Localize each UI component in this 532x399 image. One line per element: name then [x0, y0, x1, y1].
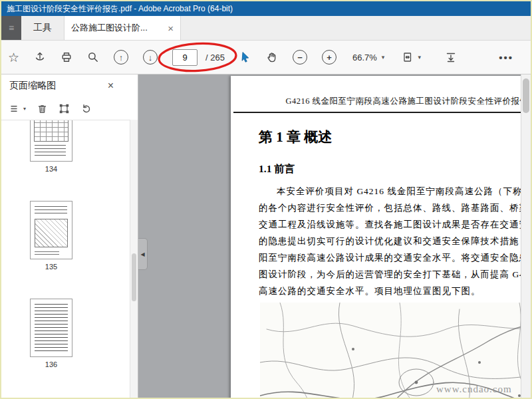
- select-tool-icon[interactable]: [239, 51, 251, 63]
- star-icon[interactable]: ☆: [8, 50, 19, 65]
- thumbnail-list: 134 135 136: [1, 120, 101, 399]
- document-running-header: G4216 线金阳至宁南段高速公路施工图设计阶段安全性评价报告: [231, 96, 531, 107]
- site-watermark: www.cndao.com: [436, 384, 512, 395]
- window-title: 施工图设计阶段安全性评价报告.pdf - Adobe Acrobat Pro (…: [7, 4, 233, 13]
- app-menu-button[interactable]: ≡: [1, 16, 21, 40]
- next-page-button[interactable]: ↓: [143, 50, 158, 65]
- main-toolbar: ☆ ↑ ↓ / 265: [1, 41, 531, 74]
- minus-icon: −: [297, 53, 303, 62]
- hand-tool-icon[interactable]: [266, 51, 278, 63]
- zoom-out-button[interactable]: −: [293, 50, 307, 65]
- thumbnail-options-icon[interactable]: [9, 103, 21, 114]
- page-thumbnail[interactable]: [30, 299, 72, 357]
- previous-page-button[interactable]: ↑: [114, 50, 128, 65]
- print-icon[interactable]: [61, 51, 72, 63]
- document-paragraph: 本安全评价项目对 G4216 线金阳至宁南段高速公路（下称本项目）施工图设 的各…: [259, 183, 531, 299]
- trash-icon[interactable]: [37, 103, 48, 114]
- tab-tools-label: 工具: [33, 22, 52, 34]
- thumbnail-page-number: 135: [45, 263, 57, 271]
- menu-icon: ≡: [9, 23, 14, 33]
- thumbnails-panel-title: 页面缩略图: [9, 80, 56, 92]
- tab-document[interactable]: 公路施工图设计阶... ×: [64, 16, 181, 40]
- thumbnails-panel: 页面缩略图 × ▾: [1, 74, 138, 399]
- page-total-label: / 265: [205, 53, 225, 63]
- paragraph-line: 本安全评价项目对 G4216 线金阳至宁南段高速公路（下称本项目）施工图设: [259, 183, 531, 200]
- document-scrollbar[interactable]: [521, 74, 531, 399]
- tab-document-label: 公路施工图设计阶...: [71, 22, 164, 34]
- document-scrollbar-thumb[interactable]: [523, 78, 529, 113]
- read-mode-icon[interactable]: [445, 51, 457, 63]
- thumbnail-item[interactable]: 136: [1, 299, 101, 368]
- up-arrow-icon: ↑: [119, 53, 124, 62]
- share-icon[interactable]: [34, 51, 46, 63]
- page-number-input[interactable]: [172, 49, 198, 66]
- paragraph-line: 的各个内容进行安全性评价，包括总体、路线、路基路面、桥梁、隧道、互通式立交: [259, 200, 531, 216]
- page-thumbnail[interactable]: [30, 120, 72, 162]
- header-rule: [233, 112, 531, 113]
- collapse-triangle-icon: ◀: [140, 251, 144, 257]
- down-arrow-icon: ↓: [148, 53, 153, 62]
- panel-scrollbar[interactable]: [130, 120, 138, 399]
- more-tools-icon[interactable]: •••: [499, 52, 513, 63]
- paragraph-line: 高速公路的交通安全水平。项目地理位置图见下图。: [259, 283, 531, 299]
- close-panel-icon[interactable]: ×: [108, 80, 114, 91]
- document-view: ◀ G4216 线金阳至宁南段高速公路施工图设计阶段安全性评价报告 第 1 章 …: [138, 74, 531, 399]
- collapse-panel-button[interactable]: ◀: [138, 238, 148, 270]
- zoom-level-dropdown[interactable]: 66.7% ▾: [352, 53, 384, 63]
- thumbnails-panel-header: 页面缩略图 ×: [1, 74, 138, 97]
- thumbnails-toolbar: ▾: [1, 97, 138, 120]
- chevron-down-icon: ▾: [23, 106, 26, 112]
- page-display-icon[interactable]: ▾: [402, 51, 421, 63]
- chevron-down-icon: ▾: [382, 54, 385, 61]
- zoom-level-label: 66.7%: [352, 53, 377, 63]
- paragraph-line: 交通工程及沿线设施等。查找各施工图设计成果是否存在交通安全隐患，并根据发: [259, 216, 531, 233]
- rotate-page-icon[interactable]: [80, 103, 92, 114]
- acrobat-window: 施工图设计阶段安全性评价报告.pdf - Adobe Acrobat Pro (…: [0, 0, 532, 399]
- page-thumbnail[interactable]: [30, 201, 72, 259]
- zoom-in-button[interactable]: +: [322, 50, 336, 65]
- page-boxes-icon[interactable]: [59, 103, 70, 114]
- panel-scrollbar-thumb[interactable]: [132, 253, 136, 301]
- search-icon[interactable]: [87, 51, 99, 63]
- titlebar: 施工图设计阶段安全性评价报告.pdf - Adobe Acrobat Pro (…: [1, 1, 531, 16]
- paragraph-line: 图设计阶段，为今后的运营管理的安全打下基础，从而提高 G4216 线金阳至宁南: [259, 266, 531, 283]
- tab-bar: ≡ 工具 公路施工图设计阶... ×: [1, 16, 531, 41]
- chevron-down-icon: ▾: [418, 54, 421, 61]
- thumbnail-item[interactable]: 134: [1, 120, 101, 173]
- pdf-page: G4216 线金阳至宁南段高速公路施工图设计阶段安全性评价报告 第 1 章 概述…: [231, 76, 531, 399]
- thumbnail-page-number: 136: [45, 360, 57, 368]
- close-tab-icon[interactable]: ×: [168, 23, 174, 33]
- plus-icon: +: [327, 53, 332, 62]
- paragraph-line: 的隐患提出切实可行的设计优化建议和交通安全保障技术措施，以提高 G4216 线: [259, 233, 531, 249]
- content-area: 页面缩略图 × ▾: [1, 74, 531, 399]
- thumbnail-page-number: 134: [45, 165, 57, 173]
- paragraph-line: 阳至宁南段高速公路设计成果的交通安全水平。将交通安全隐患尽可能的消除在施: [259, 249, 531, 266]
- tab-tools[interactable]: 工具: [21, 16, 64, 40]
- chapter-title: 第 1 章 概述: [259, 128, 531, 146]
- thumbnail-item[interactable]: 135: [1, 201, 101, 271]
- section-title: 1.1 前言: [259, 162, 531, 176]
